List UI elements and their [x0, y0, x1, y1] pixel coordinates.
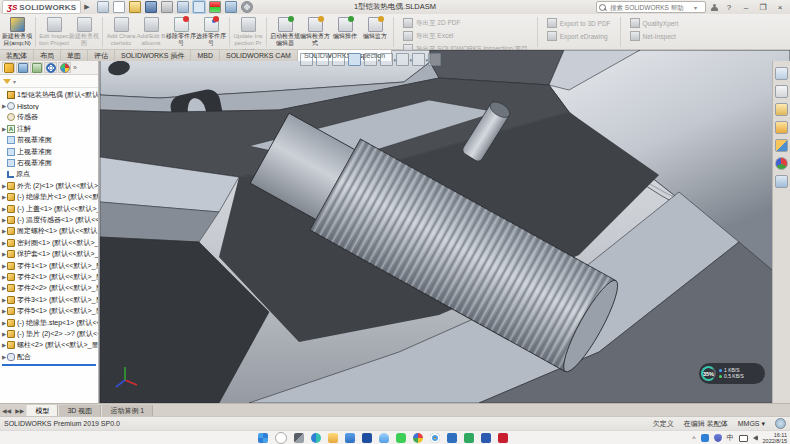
tab-assembly[interactable]: 装配体: [0, 50, 34, 61]
close-button[interactable]: ×: [774, 3, 786, 12]
tree-item[interactable]: 传感器: [0, 112, 98, 123]
tree-filter-row[interactable]: ▾: [0, 75, 98, 88]
tree-item[interactable]: ▶螺柱<2> (默认<<默认>_显示状态: [0, 340, 98, 351]
notes-app-icon[interactable]: [464, 433, 474, 443]
tree-item[interactable]: ▶零件2<2> (默认<<默认>_显示状态: [0, 283, 98, 294]
file-explorer-taskbar-icon[interactable]: [328, 433, 338, 443]
new-document-icon[interactable]: [113, 1, 125, 13]
home-tab-icon[interactable]: [775, 67, 788, 80]
wechat-icon[interactable]: [396, 433, 406, 443]
view-settings-icon[interactable]: ▾: [428, 53, 441, 66]
task-view-icon[interactable]: [294, 433, 304, 443]
taskbar-clock[interactable]: 16:11 2022/8/15: [763, 432, 787, 444]
docs-app-icon[interactable]: [447, 433, 457, 443]
tree-item-mates[interactable]: ▶配合: [0, 351, 98, 362]
status-globe-icon[interactable]: [775, 418, 786, 429]
appearances-icon[interactable]: [775, 157, 788, 170]
tree-item[interactable]: ▶(-) 垫片 (2)<2> ->? (默认<<默认>: [0, 328, 98, 339]
mail-icon[interactable]: [345, 433, 355, 443]
monitor-icon[interactable]: [739, 435, 748, 442]
save-icon[interactable]: [145, 1, 157, 13]
tab-evaluate[interactable]: 评估: [88, 50, 115, 61]
edge-icon[interactable]: [311, 433, 321, 443]
tree-root[interactable]: 1型铠装热电偶 (默认<默认_显示状态-1: [0, 89, 98, 100]
word-icon[interactable]: [481, 433, 491, 443]
undo-icon[interactable]: [177, 1, 189, 13]
tab-configurationmanager[interactable]: [30, 62, 43, 73]
search-box[interactable]: ▾: [596, 1, 706, 13]
zoom-area-icon[interactable]: [316, 53, 329, 66]
restore-button[interactable]: ❐: [757, 3, 769, 12]
edit-operation-button[interactable]: 编辑操作: [330, 15, 360, 49]
options-icon[interactable]: [241, 1, 253, 13]
custom-properties-icon[interactable]: [775, 175, 788, 188]
volume-icon[interactable]: [753, 435, 758, 441]
photos-icon[interactable]: [413, 433, 423, 443]
zoom-fit-icon[interactable]: [300, 53, 313, 66]
tree-item[interactable]: 上视基准面: [0, 146, 98, 157]
menu-flyout-arrow-icon[interactable]: ▶: [84, 3, 89, 11]
more-tabs-icon[interactable]: »: [73, 64, 77, 71]
search-dropdown-icon[interactable]: ▾: [694, 4, 697, 11]
tree-item[interactable]: ▶零件1<1> (默认<<默认>_显示状态: [0, 260, 98, 271]
tree-item[interactable]: ▶零件2<1> (默认<<默认>_显示状态: [0, 271, 98, 282]
new-inspection-project-button[interactable]: 新建检查项目(amp;N): [2, 15, 32, 49]
print-icon[interactable]: [161, 1, 173, 13]
overlay-status-badge[interactable]: 35% 1 KB/S 0.5 KB/S: [699, 363, 765, 384]
security-shield-icon[interactable]: [714, 434, 722, 442]
tree-item[interactable]: ▶外壳 (2)<1> (默认<<默认>_显示状: [0, 180, 98, 191]
tab-displaymanager[interactable]: [58, 62, 71, 73]
hide-show-items-icon[interactable]: ▾: [396, 53, 409, 66]
display-style-icon[interactable]: ▾: [380, 53, 393, 66]
minimize-button[interactable]: –: [740, 3, 752, 12]
section-view-icon[interactable]: [348, 53, 361, 66]
tab-addins[interactable]: SOLIDWORKS 插件: [115, 50, 191, 61]
tree-item[interactable]: ▶(-) 绝缘垫片<1> (默认<<默认>_显: [0, 192, 98, 203]
units-selector[interactable]: MMGS ▾: [738, 420, 765, 428]
file-explorer-icon[interactable]: [775, 121, 788, 134]
file-properties-icon[interactable]: [225, 1, 237, 13]
start-icon[interactable]: [258, 433, 268, 443]
hidden-icons-chevron[interactable]: ^: [692, 435, 695, 442]
store-icon[interactable]: [362, 433, 372, 443]
tab-propertymanager[interactable]: [16, 62, 29, 73]
open-icon[interactable]: [129, 1, 141, 13]
tree-item[interactable]: ▶固定螺栓<1> (默认<<默认>_显示: [0, 226, 98, 237]
tree-item[interactable]: 前视基准面: [0, 135, 98, 146]
tree-item[interactable]: 右视基准面: [0, 157, 98, 168]
filter-dropdown-icon[interactable]: ▾: [13, 78, 16, 85]
tree-item[interactable]: ▶密封圈<1> (默认<<默认>_显示状: [0, 237, 98, 248]
login-icon[interactable]: [711, 4, 718, 11]
onedrive-tray-icon[interactable]: [701, 434, 709, 442]
help-button[interactable]: ?: [723, 3, 735, 12]
ime-indicator[interactable]: 中: [727, 433, 734, 443]
tab-mbd[interactable]: MBD: [191, 50, 220, 61]
design-library-icon[interactable]: [775, 103, 788, 116]
select-icon[interactable]: [193, 1, 205, 13]
tab-solidworks-cam[interactable]: SOLIDWORKS CAM: [220, 50, 298, 61]
tree-item[interactable]: ▶History: [0, 100, 98, 111]
tab-dimxpertmanager[interactable]: [44, 62, 57, 73]
solidworks-taskbar-icon[interactable]: [498, 433, 508, 443]
home-icon[interactable]: [97, 1, 109, 13]
edit-inspection-method-button[interactable]: 编辑检查方式: [300, 15, 330, 49]
edit-monitor-button[interactable]: 编辑监方: [360, 15, 390, 49]
tree-item[interactable]: ▶A注解: [0, 123, 98, 134]
tree-item[interactable]: ▶零件5<1> (默认<<默认>_显示状态: [0, 305, 98, 316]
tab-featuremanager[interactable]: [2, 62, 15, 73]
chrome-icon[interactable]: [430, 433, 440, 443]
previous-view-icon[interactable]: [332, 53, 345, 66]
tree-item[interactable]: ▶(-) 温度传感器<1> (默认<<默认>_: [0, 214, 98, 225]
view-palette-icon[interactable]: [775, 139, 788, 152]
tree-item[interactable]: ▶零件3<1> (默认<<默认>_显示状态: [0, 294, 98, 305]
launch-inspection-editor-button[interactable]: 启动检查规编辑器: [270, 15, 300, 49]
remove-balloons-button[interactable]: 移除零件序号: [166, 15, 196, 49]
rollback-bar[interactable]: [2, 364, 96, 366]
tab-layout[interactable]: 布局: [34, 50, 61, 61]
taskbar-search-icon[interactable]: [275, 432, 287, 444]
tree-item[interactable]: ▶(-) 上盖<1> (默认<<默认>_显示状: [0, 203, 98, 214]
onedrive-taskbar-icon[interactable]: [379, 433, 389, 443]
edit-appearance-icon[interactable]: ▾: [412, 53, 425, 66]
solidworks-resources-icon[interactable]: [775, 85, 788, 98]
rebuild-icon[interactable]: [209, 1, 221, 13]
